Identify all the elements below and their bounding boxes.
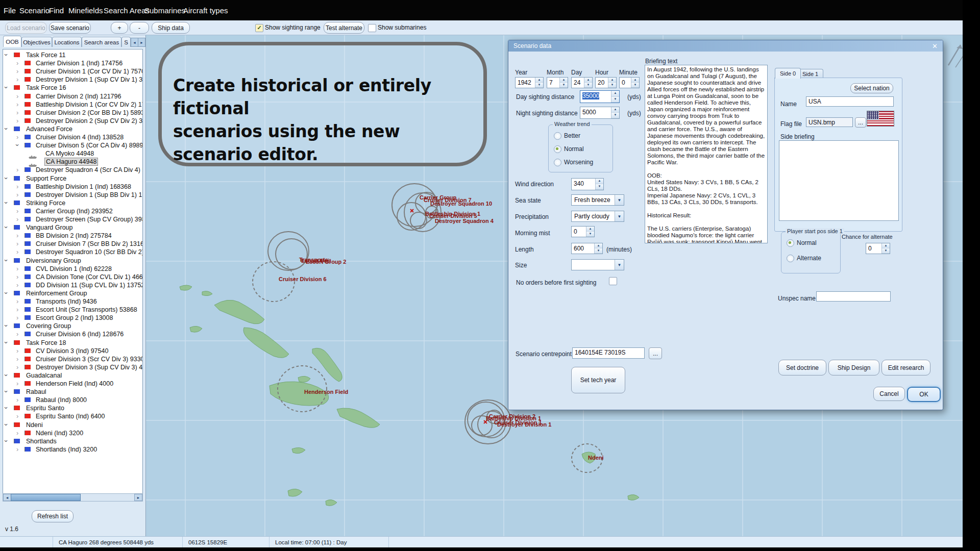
collapse-icon[interactable]: › [3,87,10,89]
tree-item-label[interactable]: Cruiser Division 2 (Cor BB Div 1) 58936 [35,109,143,116]
test-alternate-button[interactable]: Test alternate [324,22,364,34]
tree-item-label[interactable]: Carrier Division 1 (Ind) 174756 [35,60,124,67]
zoom-out-button[interactable]: - [130,22,149,34]
expand-icon[interactable]: › [16,347,18,354]
tree-item-label[interactable]: CA Myoko 44948 [44,150,95,157]
tree-item[interactable]: ›Striking Force [3,199,142,207]
tree-item[interactable]: ›Rabaul (Ind) 8000 [3,396,142,404]
expand-icon[interactable]: › [16,109,18,116]
expand-icon[interactable]: › [16,248,18,255]
tree-item[interactable]: ›Ndeni (Ind) 3200 [3,429,142,437]
tree-item-label[interactable]: Ndeni (Ind) 3200 [35,430,84,437]
spinner-down-icon[interactable]: ▼ [882,248,890,254]
morning-mist-spinner[interactable]: 0▲▼ [571,226,595,237]
expand-icon[interactable]: › [16,380,18,387]
expand-icon[interactable]: › [16,306,18,313]
dropdown-arrow-icon[interactable]: ▼ [615,211,624,221]
menu-file[interactable]: File [4,6,16,15]
scrollbar-thumb[interactable] [11,494,81,501]
tree-item-label[interactable]: Destroyer Squadron 10 (Scr BB Div 2) 632… [35,248,143,256]
spinner-up-icon[interactable]: ▲ [631,78,639,83]
spinner-down-icon[interactable]: ▼ [631,83,639,88]
expand-icon[interactable]: › [16,208,18,214]
tree-horizontal-scrollbar[interactable]: ◄ ► [3,493,143,502]
tree-item[interactable]: ›Ndeni [3,421,142,429]
radio-worsening[interactable] [554,159,561,166]
spinner-up-icon[interactable]: ▲ [584,78,592,83]
wind-direction-spinner[interactable]: 340▲▼ [571,178,604,190]
dialog-titlebar[interactable]: Scenario data ✕ [508,40,943,52]
tree-item-label[interactable]: Reinforcement Group [25,290,88,297]
spinner-down-icon[interactable]: ▼ [584,83,592,88]
menu-minefields[interactable]: Minefields [68,6,103,15]
expand-icon[interactable]: › [16,166,18,173]
show-sighting-range-checkbox[interactable]: ✓ [255,24,263,32]
tree-item[interactable]: ›Escort Group 2 (Ind) 13008 [3,314,142,322]
expand-icon[interactable]: › [16,183,18,190]
tree-item[interactable]: ›Carrier Division 1 (Ind) 174756 [3,59,142,67]
tree-item-label[interactable]: Battleship Division 1 (Ind) 168368 [35,183,132,190]
tree-item-label[interactable]: Henderson Field (Ind) 4000 [35,380,114,387]
tree-item-label[interactable]: Cruiser Division 1 (Cor CV Div 1) 75704 [35,68,143,75]
ship-data-button[interactable]: Ship data [152,22,190,34]
tree-item[interactable]: ›Vanguard Group [3,223,142,232]
tree-item-label[interactable]: Carrier Divison 2 (Ind) 121796 [35,93,122,100]
tree-item-label[interactable]: CA Haguro 44948 [44,158,98,166]
tab-s-partial[interactable]: S [121,37,131,47]
tree-item[interactable]: ›Escort Unit (Scr Trasnsports) 53868 [3,306,142,314]
tree-item-label[interactable]: Destroyer Division 1 (Sup BB Div 1) 1717… [35,191,143,198]
tree-item-label[interactable]: Support Force [25,175,67,182]
tree-item[interactable]: ›Reinforcement Group [3,289,142,297]
tree-item[interactable]: ›Henderson Field (Ind) 4000 [3,380,142,388]
tab-oob[interactable]: OOB [3,36,21,47]
tab-search-areas[interactable]: Search areas [82,37,121,47]
tree-item-label[interactable]: Carrier Group (Ind) 293952 [35,208,114,215]
side-briefing-textarea[interactable] [779,140,899,221]
tree-item-label[interactable]: Cruiser Divison 5 (Cor CA Div 4) 89896 [35,142,143,149]
tree-item-label[interactable]: Destroyer Division 3 (Sup CV Div 3) 4713… [35,364,143,371]
tree-item-label[interactable]: Striking Force [25,199,66,207]
tree-item[interactable]: ›Carrier Group (Ind) 293952 [3,207,142,215]
tree-item[interactable]: ›Transports (Ind) 9436 [3,297,142,306]
collapse-icon[interactable]: › [3,440,10,442]
expand-icon[interactable]: › [16,430,18,436]
tree-item[interactable]: ›Cruiser Division 4 (Ind) 138528 [3,133,142,141]
tree-item-label[interactable]: Shortlands [25,438,58,445]
tree-item[interactable]: ›Guadalcanal [3,371,142,380]
unspec-name-input[interactable] [816,291,891,302]
expand-icon[interactable]: › [16,282,18,288]
spinner-down-icon[interactable]: ▼ [611,97,619,103]
scroll-left-icon[interactable]: ◄ [3,494,11,501]
tab-scroll-right-icon[interactable]: ► [138,38,145,47]
tree-item[interactable]: ›Cruiser Division 3 (Scr CV Div 3) 93304 [3,355,142,363]
expand-icon[interactable]: › [16,356,18,362]
tree-item[interactable]: ›CV Division 3 (Ind) 97540 [3,347,142,355]
tree-item-label[interactable]: Cruiser Division 6 (Ind) 128676 [35,331,125,338]
dropdown-arrow-icon[interactable]: ▼ [615,260,624,270]
tree-item[interactable]: ›Destroyer Squadron 10 (Scr BB Div 2) 63… [3,248,142,256]
month-spinner[interactable]: 7▲▼ [547,77,568,88]
tree-item-label[interactable]: BB Division 2 (Ind) 275784 [35,232,113,239]
tree-item[interactable]: ›Cruiser Division 6 (Ind) 128676 [3,330,142,338]
tree-item-label[interactable]: Espritu Santo (Ind) 6400 [35,413,106,420]
tree-item-label[interactable]: Cruiser Division 4 (Ind) 138528 [35,134,125,141]
name-input[interactable]: USA [806,96,894,107]
spinner-up-icon[interactable]: ▲ [560,78,568,83]
show-submarines-checkbox[interactable] [368,24,376,32]
radio-start-alternate[interactable] [787,255,794,262]
spinner-down-icon[interactable]: ▼ [586,232,594,237]
tree-item[interactable]: ›Battleship Division 1 (Ind) 168368 [3,183,142,191]
tree-item-label[interactable]: Task Force 16 [25,84,67,91]
ship-design-button[interactable]: Ship Design [828,360,879,375]
radio-better[interactable] [554,132,561,140]
spinner-up-icon[interactable]: ▲ [611,91,619,97]
tab-objectives[interactable]: Objectives [21,37,52,47]
tree-item[interactable]: ›Diversionary Group [3,257,142,265]
scroll-right-icon[interactable]: ► [134,494,142,501]
night-sighting-spinner[interactable]: 5000▲▼ [580,107,620,119]
menu-aircraft-types[interactable]: Aircraft types [183,6,228,15]
flag-file-field[interactable]: USN.bmp [806,117,853,127]
tree-item-label[interactable]: Ndeni [25,421,44,429]
tree-item-label[interactable]: Destroyer Division 2 (Sup CV Div 2) 3435… [35,117,143,124]
tree-item-label[interactable]: DD Division 11 (Sup CVL Div 1) 13752 [35,282,143,289]
